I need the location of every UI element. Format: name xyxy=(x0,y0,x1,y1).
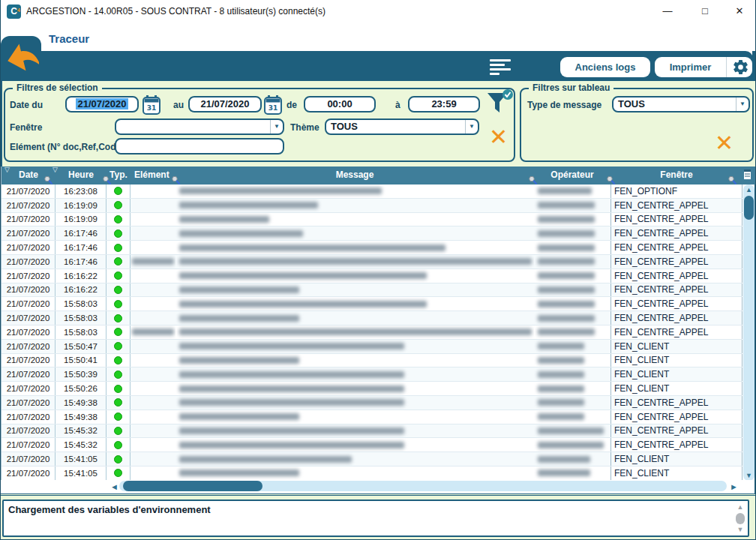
theme-select[interactable]: TOUS ▼ xyxy=(325,118,479,135)
horizontal-scrollbar[interactable]: ◄ ► xyxy=(1,480,753,494)
table-row[interactable]: 21/07/202016:17:46FEN_CENTRE_APPEL xyxy=(2,255,742,269)
cell-element xyxy=(130,241,176,254)
cell-operateur xyxy=(534,410,610,424)
redacted-text xyxy=(538,230,595,237)
table-row[interactable]: 21/07/202015:45:32FEN_CENTRE_APPEL xyxy=(2,424,742,439)
table-row[interactable]: 21/07/202016:16:22FEN_CENTRE_APPEL xyxy=(2,269,742,284)
col-header-element[interactable]: Elément xyxy=(130,170,177,180)
vertical-scroll-thumb[interactable] xyxy=(744,196,754,220)
redacted-text xyxy=(179,470,299,476)
imprimer-button[interactable]: Imprimer xyxy=(655,57,752,77)
fenetre-select[interactable]: ▼ xyxy=(115,118,284,135)
table-row[interactable]: 21/07/202015:58:03FEN_CENTRE_APPEL xyxy=(2,326,742,340)
redacted-text xyxy=(179,357,299,364)
col-header-fenetre[interactable]: Fenêtre xyxy=(610,170,742,180)
cell-date: 21/07/2020 xyxy=(2,311,56,325)
date-du-label: Date du xyxy=(10,100,43,110)
cell-typ xyxy=(106,382,130,395)
table-row[interactable]: 21/07/202016:23:08FEN_OPTIONF xyxy=(2,184,742,199)
redacted-text xyxy=(179,386,404,392)
cell-operateur xyxy=(534,326,610,339)
clear-selection-filters-icon[interactable]: ✕ xyxy=(489,126,508,148)
redacted-text xyxy=(538,442,604,448)
table-row[interactable]: 21/07/202016:16:22FEN_CENTRE_APPEL xyxy=(2,284,742,298)
horizontal-scroll-thumb[interactable] xyxy=(123,481,262,491)
cell-element xyxy=(130,410,176,424)
cell-heure: 16:17:46 xyxy=(56,255,106,268)
cell-element xyxy=(130,340,176,353)
date-au-input[interactable]: 21/07/2020 xyxy=(188,96,262,112)
element-input[interactable] xyxy=(115,138,284,154)
vertical-scrollbar[interactable]: ▲ ▼ xyxy=(743,184,754,481)
heure-de-input[interactable]: 00:00 xyxy=(304,96,376,112)
cell-fenetre: FEN_CENTRE_APPEL xyxy=(610,213,742,226)
scroll-up-icon[interactable]: ▲ xyxy=(734,502,746,512)
clear-table-filters-icon[interactable]: ✕ xyxy=(715,132,734,154)
status-ok-icon xyxy=(114,455,122,464)
scroll-right-icon[interactable]: ► xyxy=(730,482,738,492)
redacted-text xyxy=(179,413,299,420)
chevron-down-icon[interactable]: ▼ xyxy=(465,120,478,134)
table-row[interactable]: 21/07/202015:41:05FEN_CLIENT xyxy=(2,452,742,466)
scroll-down-icon[interactable]: ▼ xyxy=(734,525,746,534)
cell-date: 21/07/2020 xyxy=(2,424,56,438)
table-row[interactable]: 21/07/202015:50:26FEN_CLIENT xyxy=(2,382,742,396)
app-window: C 4 ARCGESTION - 14.00R05 - SOUS CONTRAT… xyxy=(0,0,756,540)
table-row[interactable]: 21/07/202015:50:41FEN_CLIENT xyxy=(2,354,742,368)
gear-icon[interactable] xyxy=(732,58,749,76)
maximize-button[interactable]: □ xyxy=(692,2,718,21)
cell-operateur xyxy=(534,466,610,480)
table-header: ▽ ▽ Date Heure Typ. Elément Message Opér… xyxy=(2,166,755,184)
heure-a-input[interactable]: 23:59 xyxy=(408,96,480,112)
date-du-input[interactable]: 21/07/2020 xyxy=(65,96,139,112)
horizontal-scroll-track[interactable] xyxy=(119,481,727,491)
anciens-logs-button[interactable]: Anciens logs xyxy=(560,57,650,77)
table-row[interactable]: 21/07/202016:17:46FEN_CENTRE_APPEL xyxy=(2,226,742,241)
cell-element xyxy=(130,199,176,212)
calendar-icon-to[interactable]: 31 xyxy=(264,95,282,115)
col-header-heure[interactable]: Heure xyxy=(56,170,106,180)
status-scroll-thumb[interactable] xyxy=(736,513,745,524)
table-row[interactable]: 21/07/202015:45:32FEN_CENTRE_APPEL xyxy=(2,438,742,452)
table-row[interactable]: 21/07/202015:58:03FEN_CENTRE_APPEL xyxy=(2,297,742,311)
close-button[interactable]: ✕ xyxy=(727,2,752,21)
log-table: ▽ ▽ Date Heure Typ. Elément Message Opér… xyxy=(1,166,754,494)
page-title: Traceur xyxy=(49,32,89,45)
col-header-operateur[interactable]: Opérateur xyxy=(534,170,610,180)
type-message-select[interactable]: TOUS ▼ xyxy=(612,96,750,112)
menu-icon[interactable] xyxy=(490,59,512,76)
cell-typ xyxy=(106,311,130,325)
status-scrollbar[interactable]: ▲ ▼ xyxy=(734,502,746,534)
col-header-message[interactable]: Message xyxy=(176,170,534,180)
calendar-icon-from[interactable]: 31 xyxy=(142,95,160,115)
status-ok-icon xyxy=(114,286,122,294)
cell-message xyxy=(176,311,534,325)
back-arrow-icon[interactable] xyxy=(3,39,39,75)
minimize-button[interactable]: — xyxy=(655,2,680,21)
cell-fenetre: FEN_CENTRE_APPEL xyxy=(610,396,742,410)
cell-message xyxy=(176,284,534,297)
chevron-down-icon[interactable]: ▼ xyxy=(270,120,283,134)
table-row[interactable]: 21/07/202015:50:47FEN_CLIENT xyxy=(2,340,742,354)
redacted-text xyxy=(538,244,595,251)
scroll-left-icon[interactable]: ◄ xyxy=(110,482,118,492)
table-row[interactable]: 21/07/202015:50:39FEN_CLIENT xyxy=(2,368,742,382)
table-row[interactable]: 21/07/202016:19:09FEN_CENTRE_APPEL xyxy=(2,199,742,213)
scroll-up-icon[interactable]: ▲ xyxy=(743,184,754,195)
table-options-icon[interactable] xyxy=(742,169,752,181)
cell-typ xyxy=(106,269,130,283)
imprimer-label[interactable]: Imprimer xyxy=(655,57,727,77)
cell-message xyxy=(176,382,534,395)
scroll-down-icon[interactable]: ▼ xyxy=(743,470,754,481)
window-title: ARCGESTION - 14.00R05 - SOUS CONTRAT - 8… xyxy=(26,6,326,16)
table-row[interactable]: 21/07/202015:41:05FEN_CLIENT xyxy=(2,466,742,481)
table-row[interactable]: 21/07/202016:17:46FEN_CENTRE_APPEL xyxy=(2,241,742,255)
cell-typ xyxy=(106,466,130,480)
table-row[interactable]: 21/07/202015:58:03FEN_CENTRE_APPEL xyxy=(2,311,742,326)
table-row[interactable]: 21/07/202015:49:38FEN_CENTRE_APPEL xyxy=(2,396,742,410)
table-row[interactable]: 21/07/202016:19:09FEN_CENTRE_APPEL xyxy=(2,213,742,227)
redacted-text xyxy=(179,286,299,293)
filter-apply-icon[interactable] xyxy=(485,88,514,117)
table-row[interactable]: 21/07/202015:49:38FEN_CENTRE_APPEL xyxy=(2,410,742,424)
chevron-down-icon[interactable]: ▼ xyxy=(736,98,748,111)
